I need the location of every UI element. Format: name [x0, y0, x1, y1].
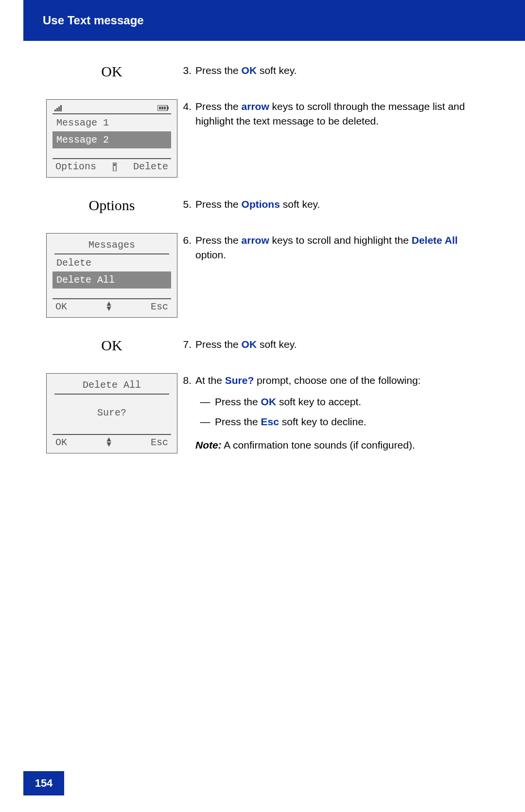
step-3-post: soft key.: [257, 65, 297, 76]
step-7-pre: Press the: [195, 339, 242, 350]
step-4-row: Message 1 Message 2 Options Delete 4. Pr…: [44, 99, 467, 178]
step-6-kw2: Delete All: [412, 235, 458, 246]
step-6-mid: keys to scroll and highlight the: [269, 235, 412, 246]
option-delete: Delete: [52, 254, 171, 271]
signal-icon: [54, 105, 63, 111]
screen3-title: Delete All: [54, 378, 169, 395]
sub1-post: soft key to accept.: [276, 396, 361, 407]
sub2-pre: Press the: [215, 416, 261, 427]
step-5-kw: Options: [242, 198, 280, 210]
content-area: OK 3. Press the OK soft key.: [44, 63, 467, 473]
dash-2: —: [195, 415, 215, 429]
phone-screen-messages: Message 1 Message 2 Options Delete: [46, 99, 177, 178]
label-options-5: Options: [88, 197, 135, 214]
page-header: Use Text message: [23, 0, 525, 41]
step-6-kw: arrow: [242, 235, 269, 246]
sub1-kw: OK: [261, 396, 277, 407]
step-5-pre: Press the: [195, 198, 242, 210]
svg-rect-7: [161, 107, 163, 109]
step-4-pre: Press the: [195, 101, 242, 112]
step-6-number: 6.: [180, 233, 195, 263]
step-3-text: Press the OK soft key.: [195, 63, 467, 78]
page-number: 154: [23, 771, 64, 795]
step-7-row: OK 7. Press the OK soft key.: [44, 337, 467, 354]
step-3-number: 3.: [180, 63, 195, 78]
step-8-kw: Sure?: [225, 375, 254, 386]
svg-rect-8: [164, 107, 166, 109]
svg-rect-10: [114, 163, 116, 166]
step-5-row: Options 5. Press the Options soft key.: [44, 197, 467, 214]
softkey-delete: Delete: [133, 161, 168, 172]
updown-icon-3: ▲▼: [106, 438, 111, 447]
scroll-icon: [112, 162, 117, 171]
step-7-post: soft key.: [257, 339, 297, 350]
step-7-kw: OK: [242, 339, 257, 350]
message-list-item-2-selected: Message 2: [52, 131, 171, 148]
svg-rect-0: [54, 109, 56, 111]
softkey-esc-2: Esc: [151, 301, 168, 312]
note-text: A confirmation tone sounds (if configure…: [222, 439, 415, 451]
phone-screen-options: Messages Delete Delete All OK ▲▼ Esc: [46, 233, 177, 318]
step-6-row: Messages Delete Delete All OK ▲▼ Esc 6. …: [44, 233, 467, 318]
battery-icon: [158, 105, 169, 111]
option-delete-all-selected: Delete All: [52, 271, 171, 289]
step-4-text: Press the arrow keys to scroll through t…: [195, 99, 467, 129]
step-3-kw: OK: [242, 65, 257, 76]
svg-rect-1: [56, 108, 58, 111]
step-8-number: 8.: [180, 373, 195, 453]
step-4-kw: arrow: [242, 101, 269, 112]
screen2-title: Messages: [54, 237, 169, 254]
message-list-item-1: Message 1: [52, 114, 171, 131]
updown-icon: ▲▼: [106, 302, 111, 311]
sub2-kw: Esc: [261, 416, 279, 427]
step-3-pre: Press the: [195, 65, 242, 76]
page-header-title: Use Text message: [43, 14, 144, 27]
sub1-pre: Press the: [215, 396, 261, 407]
step-6-pre: Press the: [195, 235, 242, 246]
step-8-row: Delete All Sure? OK ▲▼ Esc 8. At the Sur…: [44, 373, 467, 453]
softkey-ok-2: OK: [55, 301, 67, 312]
step-5-text: Press the Options soft key.: [195, 197, 467, 212]
label-ok-7: OK: [101, 337, 122, 354]
label-ok-3: OK: [101, 63, 122, 80]
step-8-post: prompt, choose one of the following:: [254, 375, 420, 386]
svg-rect-6: [159, 107, 161, 109]
svg-rect-2: [58, 107, 60, 111]
screen3-body: Sure?: [52, 395, 171, 431]
step-3-row: OK 3. Press the OK soft key.: [44, 63, 467, 80]
step-8-text: At the Sure? prompt, choose one of the f…: [195, 373, 467, 453]
step-5-post: soft key.: [280, 198, 320, 210]
sub2-post: soft key to decline.: [279, 416, 367, 427]
step-4-number: 4.: [180, 99, 195, 129]
softkey-esc-3: Esc: [151, 437, 168, 448]
phone-screen-confirm: Delete All Sure? OK ▲▼ Esc: [46, 373, 177, 453]
step-7-text: Press the OK soft key.: [195, 337, 467, 352]
note-label: Note:: [195, 439, 222, 451]
step-8-pre: At the: [195, 375, 225, 386]
step-7-number: 7.: [180, 337, 195, 352]
dash-1: —: [195, 395, 215, 409]
svg-rect-3: [60, 105, 62, 111]
step-6-post: option.: [195, 249, 226, 260]
softkey-ok-3: OK: [55, 437, 67, 448]
softkey-options: Options: [55, 161, 96, 172]
svg-rect-5: [167, 107, 169, 109]
step-6-text: Press the arrow keys to scroll and highl…: [195, 233, 467, 263]
step-5-number: 5.: [180, 197, 195, 212]
